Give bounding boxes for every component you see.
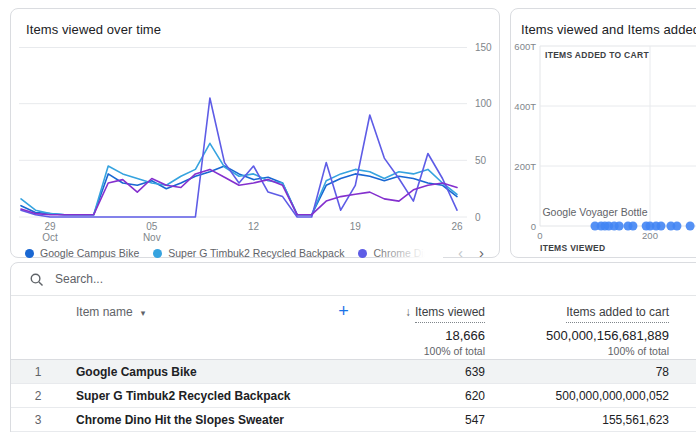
scatter-chart-title: Items viewed and Items added to cart by … bbox=[521, 22, 696, 37]
dropdown-arrow-icon: ▾ bbox=[141, 308, 146, 318]
x-axis-tick-label: 0 bbox=[537, 230, 542, 241]
y-axis-tick-label: 0 bbox=[531, 221, 536, 232]
items-viewed-cell: 639 bbox=[356, 365, 485, 379]
items-viewed-total-pct: 100% of total bbox=[356, 345, 485, 357]
y-axis-tick-label: 50 bbox=[475, 155, 487, 166]
table-row[interactable]: 2Super G Timbuk2 Recycled Backpack620500… bbox=[11, 384, 696, 408]
row-index: 1 bbox=[11, 365, 65, 379]
table-row[interactable]: 3Chrome Dino Hit the Slopes Sweater54715… bbox=[11, 408, 696, 432]
search-bar bbox=[11, 263, 696, 296]
items-table-card: Item name▾ + ↓Items viewed Items added t… bbox=[10, 262, 696, 432]
legend-dot-icon bbox=[358, 249, 367, 258]
items-added-cell: 78 bbox=[485, 365, 669, 379]
legend-item[interactable]: Chrome Dino Hit the Slopes Sweater bbox=[358, 247, 441, 259]
analytics-dashboard: Items viewed over time 05010015029Oct05N… bbox=[0, 0, 696, 432]
line-series-2[interactable] bbox=[21, 98, 457, 217]
scatter-point[interactable] bbox=[628, 222, 637, 231]
scatter-chart-card: Items viewed and Items added to cart by … bbox=[510, 8, 696, 258]
point-annotation: Google Voyager Bottle bbox=[542, 206, 647, 218]
y-axis-tick-label: 600T bbox=[514, 41, 536, 52]
row-index: 3 bbox=[11, 413, 65, 427]
legend-label: Super G Timbuk2 Recycled Backpack bbox=[168, 247, 344, 259]
x-axis-tick-sublabel: Nov bbox=[143, 232, 161, 243]
x-axis-tick-label: 05 bbox=[146, 221, 158, 232]
y-axis-tick-label: 150 bbox=[475, 42, 492, 53]
items-added-total: 500,000,156,681,889 bbox=[485, 328, 669, 343]
items-viewed-cell: 620 bbox=[356, 389, 485, 403]
x-axis-tick-sublabel: Oct bbox=[42, 232, 58, 243]
column-header-items-viewed[interactable]: ↓Items viewed bbox=[356, 305, 485, 319]
search-icon bbox=[29, 272, 44, 287]
x-axis-tick-label: 19 bbox=[350, 221, 362, 232]
items-added-cell: 500,000,000,000,052 bbox=[485, 389, 669, 403]
sort-descending-icon: ↓ bbox=[405, 305, 411, 319]
legend-prev-icon[interactable]: ‹ bbox=[458, 245, 463, 260]
scatter-point[interactable] bbox=[615, 222, 624, 231]
table-row[interactable]: 1Google Campus Bike63978 bbox=[11, 360, 696, 384]
line-chart-card: Items viewed over time 05010015029Oct05N… bbox=[10, 8, 500, 258]
y-axis-title: ITEMS ADDED TO CART bbox=[545, 50, 649, 60]
x-axis-tick-label: 200 bbox=[642, 230, 658, 241]
table-header-row: Item name▾ + ↓Items viewed Items added t… bbox=[11, 296, 696, 327]
search-input[interactable] bbox=[55, 272, 475, 286]
items-viewed-header-label: Items viewed bbox=[415, 305, 485, 323]
item-name-cell[interactable]: Super G Timbuk2 Recycled Backpack bbox=[65, 389, 331, 403]
column-header-item-name[interactable]: Item name▾ bbox=[65, 305, 331, 319]
items-added-cell: 155,561,623 bbox=[485, 413, 669, 427]
x-axis-title: ITEMS VIEWED bbox=[540, 243, 605, 253]
item-name-header-label: Item name bbox=[76, 305, 133, 319]
scatter-point[interactable] bbox=[672, 222, 681, 231]
legend-item[interactable]: Google Campus Bike bbox=[25, 247, 139, 259]
scatter-chart: 0200T400T600T0200ITEMS ADDED TO CARTITEM… bbox=[511, 39, 696, 257]
legend-item[interactable]: Super G Timbuk2 Recycled Backpack bbox=[153, 247, 344, 259]
line-chart-legend: Google Campus BikeSuper G Timbuk2 Recycl… bbox=[25, 246, 441, 260]
legend-next-icon[interactable]: › bbox=[479, 245, 484, 260]
x-axis-tick-label: 12 bbox=[248, 221, 260, 232]
line-series-0[interactable] bbox=[21, 166, 457, 215]
line-chart: 05010015029Oct05Nov121926 bbox=[19, 47, 491, 247]
y-axis-tick-label: 400T bbox=[514, 101, 536, 112]
item-name-cell[interactable]: Chrome Dino Hit the Slopes Sweater bbox=[65, 413, 331, 427]
x-axis-tick-label: 29 bbox=[45, 221, 57, 232]
row-index: 2 bbox=[11, 389, 65, 403]
x-axis-tick-label: 26 bbox=[451, 221, 463, 232]
scatter-point[interactable] bbox=[657, 222, 666, 231]
line-chart-title: Items viewed over time bbox=[26, 22, 161, 37]
item-name-cell[interactable]: Google Campus Bike bbox=[65, 365, 331, 379]
y-axis-tick-label: 200T bbox=[514, 161, 536, 172]
totals-row: 18,666 100% of total 500,000,156,681,889… bbox=[11, 327, 696, 360]
items-added-header-label: Items added to cart bbox=[566, 305, 669, 323]
legend-dot-icon bbox=[25, 249, 34, 258]
y-axis-tick-label: 0 bbox=[475, 212, 481, 223]
add-column-cell: + bbox=[331, 302, 356, 321]
add-metric-button[interactable]: + bbox=[338, 301, 349, 321]
legend-dot-icon bbox=[153, 249, 162, 258]
legend-label: Google Campus Bike bbox=[40, 247, 139, 259]
scatter-point[interactable] bbox=[686, 222, 695, 231]
table-body: 1Google Campus Bike639782Super G Timbuk2… bbox=[11, 360, 696, 432]
y-axis-tick-label: 100 bbox=[475, 98, 492, 109]
items-viewed-total: 18,666 bbox=[356, 328, 485, 343]
items-added-total-pct: 100% of total bbox=[485, 345, 669, 357]
items-viewed-cell: 547 bbox=[356, 413, 485, 427]
legend-label: Chrome Dino Hit the Slopes Sweater bbox=[373, 247, 441, 259]
column-header-items-added[interactable]: Items added to cart bbox=[485, 305, 669, 319]
